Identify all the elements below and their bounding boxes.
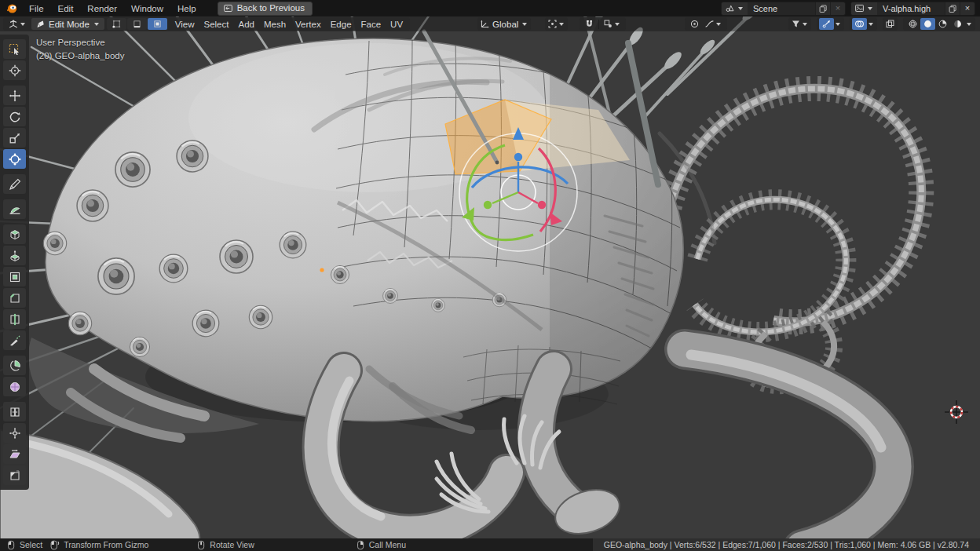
bevel-icon bbox=[9, 292, 21, 305]
hint-label: Select bbox=[20, 540, 42, 549]
menu-mesh[interactable]: Mesh bbox=[259, 19, 291, 30]
inset-faces-icon bbox=[9, 271, 21, 283]
orientation-dropdown[interactable]: Global bbox=[477, 17, 531, 31]
show-gizmos-toggle[interactable] bbox=[819, 18, 834, 30]
scene-browse-button[interactable] bbox=[722, 2, 748, 15]
header-left-cluster: Edit Mode View Select Add Mesh Vertex Ed… bbox=[3, 17, 410, 31]
view-layer-name-field[interactable]: V-alpha.high bbox=[877, 4, 945, 13]
tool-cursor-button[interactable] bbox=[3, 60, 26, 80]
chevron-down-icon bbox=[716, 23, 721, 26]
vertex-select-mode-button[interactable] bbox=[107, 18, 126, 30]
menu-add[interactable]: Add bbox=[233, 19, 258, 30]
face-select-mode-button[interactable] bbox=[148, 18, 167, 30]
menu-render[interactable]: Render bbox=[80, 2, 124, 15]
tool-rip-region-button[interactable] bbox=[3, 465, 26, 485]
tool-add-cube-button[interactable] bbox=[3, 224, 26, 244]
select-box-icon bbox=[9, 43, 21, 56]
shading-solid-button[interactable] bbox=[920, 18, 935, 30]
blender-window: User Perspective (20) GEO-alpha_body Fil… bbox=[0, 0, 980, 551]
snap-toggle-button[interactable] bbox=[582, 18, 597, 30]
separator bbox=[598, 20, 599, 29]
tool-smooth-button[interactable] bbox=[3, 377, 26, 396]
menu-face[interactable]: Face bbox=[357, 19, 386, 30]
menu-file[interactable]: File bbox=[22, 2, 51, 15]
view-layer-icon bbox=[854, 3, 865, 13]
gizmo-handle-x[interactable] bbox=[538, 201, 546, 209]
tool-inset-faces-button[interactable] bbox=[3, 267, 26, 286]
tool-transform-button[interactable] bbox=[3, 149, 26, 169]
menu-uv[interactable]: UV bbox=[386, 19, 408, 30]
menu-vertex[interactable]: Vertex bbox=[291, 19, 326, 30]
scene-selector: Scene × bbox=[721, 2, 846, 16]
scene-new-button[interactable] bbox=[815, 2, 830, 15]
tool-scale-button[interactable] bbox=[3, 128, 26, 148]
gizmo-handle-y[interactable] bbox=[484, 201, 492, 209]
tool-select-box-button[interactable] bbox=[3, 39, 26, 59]
menu-select[interactable]: Select bbox=[199, 19, 234, 30]
view-layer-new-button[interactable] bbox=[945, 2, 960, 15]
scene-unlink-button[interactable]: × bbox=[830, 2, 845, 15]
solid-shading-icon bbox=[923, 19, 933, 29]
chevron-down-icon bbox=[967, 23, 971, 26]
tool-annotate-button[interactable] bbox=[3, 174, 26, 194]
chevron-down-icon bbox=[803, 23, 807, 26]
tool-bevel-button[interactable] bbox=[3, 288, 26, 308]
tool-measure-button[interactable] bbox=[3, 199, 26, 219]
shading-wireframe-button[interactable] bbox=[905, 18, 920, 30]
edit-mode-icon bbox=[35, 19, 46, 29]
tool-rotate-button[interactable] bbox=[3, 107, 26, 126]
editor-type-button[interactable] bbox=[5, 18, 29, 30]
show-overlays-toggle[interactable] bbox=[852, 18, 867, 30]
back-to-previous-button[interactable]: Back to Previous bbox=[218, 2, 313, 16]
scene-name-field[interactable]: Scene bbox=[748, 4, 815, 13]
shading-rendered-button[interactable] bbox=[950, 18, 965, 30]
proportional-edit-toggle[interactable] bbox=[687, 18, 702, 30]
topbar: File Edit Render Window Help Back to Pre… bbox=[0, 0, 980, 16]
tool-shrink-fatten-button[interactable] bbox=[3, 423, 26, 443]
tool-extrude-region-button[interactable] bbox=[3, 246, 26, 265]
annotate-pen-icon bbox=[9, 178, 21, 191]
falloff-dropdown[interactable] bbox=[702, 18, 725, 30]
visibility-filter-dropdown[interactable] bbox=[788, 17, 811, 31]
gizmo-handle-z[interactable] bbox=[514, 153, 522, 161]
selected-vertex-dot bbox=[320, 268, 324, 272]
menu-view[interactable]: View bbox=[170, 19, 199, 30]
xray-toggle[interactable] bbox=[883, 17, 898, 31]
wireframe-shading-icon bbox=[908, 19, 918, 29]
menu-help[interactable]: Help bbox=[170, 2, 203, 15]
hint-label: Transform From Gizmo bbox=[64, 540, 148, 549]
measure-icon bbox=[9, 203, 21, 216]
mmb-icon bbox=[197, 540, 206, 550]
tool-move-button[interactable] bbox=[3, 86, 26, 105]
filter-funnel-icon bbox=[791, 19, 801, 29]
menu-window[interactable]: Window bbox=[124, 2, 170, 15]
xray-icon bbox=[885, 19, 895, 29]
mode-selector[interactable]: Edit Mode bbox=[31, 18, 104, 30]
move-icon bbox=[9, 89, 21, 102]
chevron-down-icon bbox=[836, 23, 840, 26]
hint-select: Select bbox=[7, 540, 42, 550]
menu-edit[interactable]: Edit bbox=[51, 2, 81, 15]
view-layer-browse-button[interactable] bbox=[851, 2, 877, 15]
chevron-down-icon bbox=[20, 23, 25, 26]
edge-select-mode-button[interactable] bbox=[127, 18, 147, 30]
blender-logo-icon[interactable] bbox=[5, 2, 19, 15]
chevron-down-icon bbox=[868, 23, 873, 26]
tool-loop-cut-button[interactable] bbox=[3, 309, 26, 329]
pivot-point-dropdown[interactable] bbox=[545, 17, 568, 31]
tool-spin-button[interactable] bbox=[3, 356, 26, 375]
gizmo-icon bbox=[821, 19, 832, 29]
shading-material-button[interactable] bbox=[935, 18, 950, 30]
viewport-3d[interactable] bbox=[0, 0, 980, 551]
snap-target-dropdown[interactable] bbox=[601, 18, 623, 30]
chevron-down-icon bbox=[559, 23, 564, 26]
tool-edge-slide-button[interactable] bbox=[3, 402, 26, 421]
view-layer-remove-button[interactable]: × bbox=[960, 2, 975, 15]
extrude-region-icon bbox=[9, 250, 21, 262]
tool-knife-button[interactable] bbox=[3, 330, 26, 350]
hint-rotate-view: Rotate View bbox=[197, 540, 254, 550]
tool-shear-button[interactable] bbox=[3, 444, 26, 464]
snap-target-icon bbox=[603, 19, 613, 29]
statusbar: Select Transform From Gizmo Rotate View … bbox=[0, 538, 980, 551]
menu-edge[interactable]: Edge bbox=[326, 19, 357, 30]
